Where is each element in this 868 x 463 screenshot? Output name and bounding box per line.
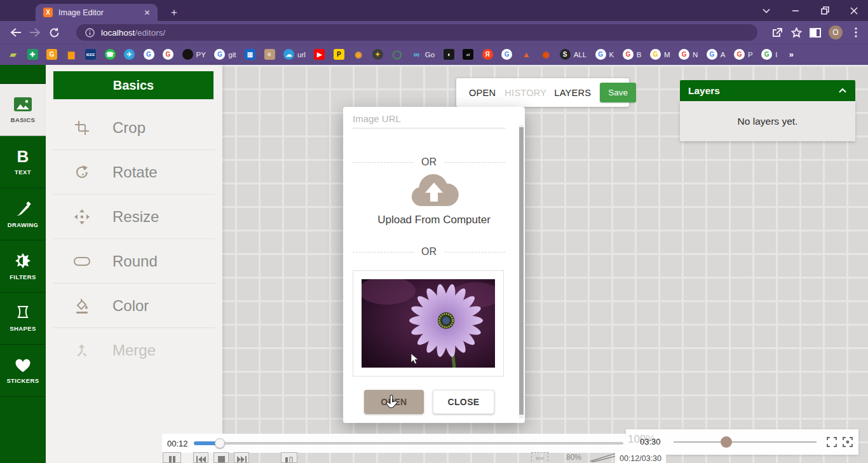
volume-toggle-button[interactable]: [281, 452, 297, 463]
menu-item-merge[interactable]: Merge: [53, 328, 215, 373]
bookmark-item[interactable]: G P: [734, 49, 753, 60]
bookmark-item[interactable]: ◯: [391, 49, 402, 60]
rewind-button[interactable]: [193, 452, 208, 463]
window-minimize-button[interactable]: [782, 0, 810, 21]
bookmark-item[interactable]: ≡: [264, 49, 275, 60]
screen: X Image Editor ✕ + localhost/editors/ O …: [0, 0, 868, 463]
save-button[interactable]: Save: [600, 83, 636, 102]
bookmark-item[interactable]: ☁ url: [283, 49, 306, 60]
rail-item-text[interactable]: B TEXT: [0, 136, 46, 188]
fast-forward-button[interactable]: [234, 452, 249, 463]
bookmark-item[interactable]: ◉: [540, 49, 551, 60]
menu-item-round[interactable]: Round: [53, 239, 215, 284]
crop-icon: [72, 120, 92, 136]
dialog-open-button[interactable]: OPEN: [364, 390, 424, 414]
rail-spacer: [0, 65, 46, 84]
bookmark-star-icon[interactable]: [787, 23, 806, 42]
forward-button[interactable]: [25, 23, 44, 42]
profile-avatar[interactable]: O: [829, 25, 843, 39]
bookmark-item[interactable]: ▰: [8, 49, 18, 60]
flower-thumbnail[interactable]: [362, 279, 495, 368]
menu-item-rotate[interactable]: Rotate: [53, 150, 215, 195]
address-bar[interactable]: localhost/editors/: [76, 24, 757, 41]
tab-close-icon[interactable]: ✕: [142, 7, 153, 18]
menu-item-crop[interactable]: Crop: [53, 106, 215, 150]
bookmark-item[interactable]: ✚: [27, 49, 38, 60]
dialog-scrollbar[interactable]: [519, 125, 524, 418]
bookmark-item[interactable]: cl: [463, 49, 473, 60]
fullscreen-icon[interactable]: [826, 436, 837, 448]
back-button[interactable]: [6, 23, 25, 42]
history-link[interactable]: HISTORY: [505, 88, 546, 98]
bookmark-item[interactable]: ◉: [353, 49, 363, 60]
seek-bar[interactable]: [194, 442, 623, 445]
bookmark-item[interactable]: ▲: [521, 49, 532, 60]
bookmark-item[interactable]: ▆: [66, 49, 77, 60]
bookmark-item[interactable]: ✦: [372, 49, 383, 60]
chevron-up-icon[interactable]: [838, 88, 847, 93]
bookmark-item[interactable]: G: [46, 49, 57, 60]
bookmark-favicon-icon: IEEE: [85, 49, 96, 60]
open-link[interactable]: OPEN: [469, 88, 496, 98]
text-tool-label: text: [536, 455, 543, 461]
dialog-close-button[interactable]: CLOSE: [433, 390, 494, 414]
bookmark-item[interactable]: PY: [182, 49, 206, 60]
xampp-favicon-icon: X: [43, 8, 53, 17]
menu-dots-icon[interactable]: [846, 23, 865, 42]
bookmark-item[interactable]: ☎: [105, 49, 116, 60]
bookmark-item[interactable]: ▶: [314, 49, 325, 60]
bookmark-item[interactable]: Я: [482, 49, 493, 60]
text-tool-button[interactable]: text: [531, 452, 548, 463]
rail-item-drawing[interactable]: DRAWING: [0, 188, 46, 240]
bookmark-item[interactable]: »: [786, 49, 797, 60]
menu-item-resize[interactable]: Resize: [53, 195, 215, 239]
bookmark-item[interactable]: G: [501, 49, 512, 60]
layers-header[interactable]: Layers: [680, 80, 855, 101]
upload-from-computer[interactable]: Upload From Computer: [343, 173, 525, 226]
bookmark-item[interactable]: IEEE: [85, 49, 96, 60]
bookmark-item[interactable]: S ALL: [560, 49, 587, 60]
bookmark-item[interactable]: P: [334, 49, 344, 60]
bookmark-item[interactable]: G K: [595, 49, 614, 60]
bookmark-item[interactable]: ∞ Go: [411, 49, 435, 60]
pen-tool-icon[interactable]: [590, 448, 618, 462]
info-icon[interactable]: [85, 28, 95, 38]
bookmark-item[interactable]: G M: [650, 49, 670, 60]
bookmark-item[interactable]: G N: [679, 49, 698, 60]
volume-slider[interactable]: [674, 441, 817, 443]
image-url-input[interactable]: [353, 109, 505, 128]
bookmark-item[interactable]: G: [163, 49, 173, 60]
video-progress-thumb[interactable]: [215, 438, 225, 448]
bookmark-item[interactable]: G I: [761, 49, 777, 60]
bookmark-item[interactable]: ✈: [124, 49, 135, 60]
menu-item-color[interactable]: Color: [53, 284, 215, 328]
bookmark-item[interactable]: G A: [707, 49, 726, 60]
bookmark-label: PY: [196, 51, 206, 59]
bookmark-item[interactable]: ◖: [444, 49, 454, 60]
rail-item-stickers[interactable]: STICKERS: [0, 345, 46, 397]
theater-mode-icon[interactable]: [842, 436, 853, 448]
volume-thumb[interactable]: [721, 436, 732, 448]
stop-button[interactable]: [214, 452, 229, 463]
rail-item-filters[interactable]: FILTERS: [0, 240, 46, 293]
new-tab-button[interactable]: +: [166, 5, 182, 20]
rail-item-shapes[interactable]: SHAPES: [0, 293, 46, 345]
bookmark-favicon-icon: Я: [482, 49, 493, 60]
sample-image-option[interactable]: [353, 270, 504, 377]
bookmark-item[interactable]: G: [144, 49, 154, 60]
tab-search-chevron-icon[interactable]: [752, 0, 780, 21]
scrollbar-thumb[interactable]: [519, 127, 524, 415]
rail-item-basics[interactable]: BASICS: [0, 84, 46, 136]
bookmark-item[interactable]: ▥: [245, 49, 255, 60]
side-panel-icon[interactable]: [806, 23, 825, 42]
bookmark-item[interactable]: G git: [214, 49, 236, 60]
reload-button[interactable]: [44, 23, 64, 42]
share-icon[interactable]: [768, 23, 787, 42]
window-restore-button[interactable]: [811, 0, 839, 21]
pause-button[interactable]: [163, 452, 181, 463]
bookmark-item[interactable]: G B: [623, 49, 642, 60]
browser-tab[interactable]: X Image Editor ✕: [36, 4, 158, 21]
divider-line: [444, 252, 505, 252]
window-close-button[interactable]: [840, 0, 868, 21]
layers-link[interactable]: LAYERS: [554, 88, 591, 98]
